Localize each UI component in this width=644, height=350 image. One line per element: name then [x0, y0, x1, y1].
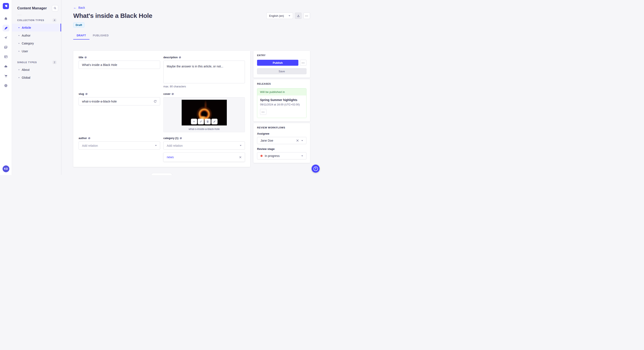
- sidebar-item-global[interactable]: Global: [12, 74, 61, 81]
- assignee-combobox[interactable]: Jane Doe: [257, 137, 306, 144]
- delete-media-button[interactable]: [204, 119, 210, 124]
- collection-types-count-badge: 4: [52, 18, 56, 22]
- regenerate-icon[interactable]: [154, 100, 157, 103]
- sidebar-item-user[interactable]: User: [12, 47, 61, 55]
- add-media-button[interactable]: [191, 119, 197, 124]
- category-relation-item: news: [163, 153, 245, 162]
- edit-form-card: title What's inside a Black Hole descrip…: [73, 51, 250, 167]
- edit-media-button[interactable]: [211, 119, 218, 124]
- bullet-icon: [18, 77, 20, 78]
- stage-status-dot: [260, 155, 262, 157]
- tab-published[interactable]: PUBLISHED: [90, 32, 112, 39]
- chevron-down-icon: [288, 15, 290, 16]
- entry-more-button[interactable]: •••: [300, 60, 306, 66]
- sidebar-item-about[interactable]: About: [12, 66, 61, 74]
- sidebar-item-label: Global: [22, 76, 30, 79]
- sidebar-item-label: About: [22, 68, 30, 71]
- release-status: Will be published in: [257, 88, 306, 95]
- link-icon: [199, 120, 202, 123]
- cloud-icon[interactable]: [2, 63, 9, 70]
- i18n-globe-icon: [179, 56, 181, 59]
- bullet-icon: [18, 35, 20, 36]
- help-button[interactable]: ?: [312, 165, 320, 173]
- title-input-value: What's inside a Black Hole: [82, 63, 117, 67]
- title-field-label: title: [78, 56, 83, 59]
- content-type-builder-icon[interactable]: [2, 53, 9, 60]
- chevron-down-icon: [155, 145, 157, 146]
- close-icon: [239, 156, 242, 159]
- save-button[interactable]: Save: [257, 68, 306, 74]
- author-field-label: author: [78, 137, 87, 140]
- search-button[interactable]: [52, 5, 58, 11]
- user-avatar[interactable]: KD: [2, 166, 9, 172]
- cover-field-label: cover: [163, 93, 170, 95]
- tab-draft[interactable]: DRAFT: [73, 32, 90, 39]
- category-placeholder: Add relation: [167, 144, 183, 147]
- header-more-button[interactable]: •••: [304, 12, 310, 19]
- chevron-down-icon: [301, 156, 303, 157]
- cover-media-card: what-s-inside-a-black-hole: [163, 97, 245, 132]
- publish-button[interactable]: Publish: [257, 60, 298, 66]
- assignee-label: Assignee: [257, 132, 306, 135]
- release-name[interactable]: Spring Summer highlights: [260, 98, 304, 102]
- strapi-logo[interactable]: [3, 3, 9, 9]
- settings-gear-icon[interactable]: [2, 82, 9, 89]
- sidebar-item-label: Article: [22, 26, 31, 29]
- collection-types-heading: COLLECTION TYPES: [17, 19, 44, 21]
- locale-select[interactable]: English (en): [266, 12, 293, 19]
- content-manager-sidebar: Content Manager COLLECTION TYPES 4 Artic…: [12, 0, 61, 175]
- i18n-globe-icon: [85, 93, 88, 95]
- releases-panel-title: RELEASES: [257, 82, 306, 85]
- bullet-icon: [18, 43, 20, 44]
- export-button[interactable]: [295, 12, 302, 19]
- entry-sidebar: ENTRY Publish ••• Save RELEASES Will be …: [254, 51, 310, 163]
- version-tabs: DRAFT PUBLISHED: [73, 32, 310, 39]
- copy-link-button[interactable]: [198, 119, 204, 124]
- chevron-down-icon: [240, 145, 242, 146]
- relation-link-news[interactable]: news: [167, 156, 174, 159]
- pencil-icon: [213, 120, 216, 123]
- description-value: Maybe the answer is in this article, or …: [167, 65, 223, 68]
- collapsed-bottom-pill[interactable]: [151, 173, 172, 175]
- question-mark-icon: ?: [314, 167, 318, 171]
- releases-plane-icon[interactable]: [2, 34, 9, 41]
- back-label: Back: [78, 6, 85, 9]
- remove-relation-button[interactable]: [239, 156, 242, 159]
- slug-input-value: what-s-inside-a-black-hole: [82, 100, 117, 103]
- single-types-count-badge: 2: [52, 61, 56, 64]
- clear-assignee-button[interactable]: [296, 139, 299, 142]
- plus-icon: [192, 120, 195, 123]
- bullet-icon: [18, 27, 20, 28]
- author-relation-combobox[interactable]: Add relation: [78, 141, 160, 150]
- sidebar-item-label: Category: [22, 42, 34, 45]
- stage-value: In progress: [265, 154, 280, 158]
- release-more-button[interactable]: •••: [260, 109, 266, 115]
- slug-input[interactable]: what-s-inside-a-black-hole: [78, 97, 160, 105]
- search-icon: [54, 7, 56, 9]
- bullet-icon: [18, 69, 20, 70]
- nav-rail: KD: [0, 0, 12, 175]
- more-icon: •••: [302, 62, 305, 64]
- content-manager-icon[interactable]: [2, 25, 9, 31]
- i18n-globe-icon: [84, 56, 87, 59]
- cover-filename: what-s-inside-a-black-hole: [189, 128, 220, 131]
- back-link[interactable]: ← Back: [73, 6, 85, 9]
- sidebar-item-label: User: [22, 49, 28, 53]
- download-icon: [297, 14, 300, 17]
- marketplace-cart-icon[interactable]: [2, 72, 9, 79]
- review-stage-combobox[interactable]: In progress: [257, 152, 306, 160]
- home-icon[interactable]: [2, 15, 9, 22]
- description-textarea[interactable]: Maybe the answer is in this article, or …: [163, 61, 245, 83]
- review-workflows-panel: REVIEW WORKFLOWS Assignee Jane Doe Revie…: [254, 123, 310, 163]
- sidebar-item-article[interactable]: Article: [12, 24, 61, 31]
- sidebar-item-author[interactable]: Author: [12, 31, 61, 39]
- slug-field-label: slug: [78, 93, 84, 95]
- cover-image[interactable]: [182, 100, 227, 126]
- close-icon: [296, 139, 299, 142]
- entry-panel: ENTRY Publish ••• Save: [254, 51, 310, 78]
- chevron-down-icon: [301, 140, 303, 141]
- media-library-icon[interactable]: [2, 44, 9, 51]
- title-input[interactable]: What's inside a Black Hole: [78, 61, 160, 69]
- sidebar-item-category[interactable]: Category: [12, 39, 61, 47]
- category-relation-combobox[interactable]: Add relation: [163, 141, 245, 150]
